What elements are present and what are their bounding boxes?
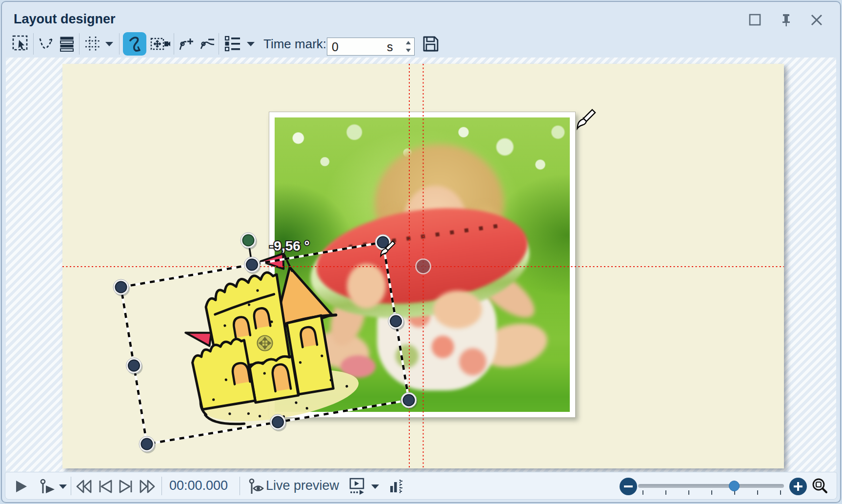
- keyframe-list-dropdown[interactable]: [244, 32, 258, 56]
- play-options-dropdown[interactable]: [56, 476, 70, 497]
- live-preview-toggle[interactable]: [247, 476, 265, 497]
- close-button[interactable]: [807, 12, 826, 28]
- time-mark-input[interactable]: 0 s: [327, 38, 415, 56]
- save-icon: [421, 35, 440, 53]
- live-preview-icon: [248, 478, 264, 495]
- keyframe-list-icon: [223, 35, 242, 53]
- time-mark-value: 0: [332, 40, 339, 54]
- preview-in-window-button[interactable]: [347, 476, 367, 497]
- grid-dropdown[interactable]: [102, 32, 116, 56]
- remove-curve-point-icon: [199, 35, 216, 53]
- window-title: Layout designer: [14, 12, 116, 27]
- maximize-button[interactable]: [745, 12, 765, 28]
- next-position-button[interactable]: [117, 476, 135, 497]
- zoom-slider-ticks: [642, 490, 781, 495]
- select-tool-button[interactable]: [10, 32, 32, 56]
- camera-pan-icon: [150, 35, 170, 53]
- previous-icon: [98, 479, 113, 494]
- transport-bar: 00:00.000 Live preview: [5, 472, 837, 500]
- pin-icon: [780, 13, 793, 27]
- forward-to-end-button[interactable]: [138, 476, 157, 497]
- layers-tool-button[interactable]: [57, 32, 77, 56]
- save-button[interactable]: [420, 32, 442, 56]
- time-display: 00:00.000: [169, 478, 224, 493]
- record-curve-icon: [125, 34, 144, 54]
- preview-window-icon: [348, 478, 366, 495]
- close-icon: [810, 13, 823, 27]
- select-tool-icon: [12, 35, 30, 53]
- motion-path-icon: [38, 35, 55, 53]
- zoom-fit-icon: [811, 477, 829, 496]
- minus-circle-icon: [619, 477, 638, 496]
- previous-position-button[interactable]: [96, 476, 115, 497]
- sandcastle-object[interactable]: [159, 232, 367, 438]
- motion-path-tool-button[interactable]: [36, 32, 57, 56]
- chevron-down-icon: [58, 483, 68, 490]
- grid-tool-button[interactable]: [82, 32, 103, 56]
- toolbar-separator: [119, 33, 120, 55]
- hand-right: [433, 291, 482, 329]
- play-button[interactable]: [11, 476, 31, 497]
- time-mark-spinner[interactable]: [403, 39, 413, 57]
- camera-pan-tool-button[interactable]: [148, 32, 172, 56]
- bottombar-separator: [240, 477, 240, 495]
- layout-designer-window: Layout designer: [1, 1, 841, 503]
- bottombar-separator: [161, 477, 162, 495]
- zoom-slider-thumb[interactable]: [729, 481, 740, 491]
- live-preview-label[interactable]: Live preview: [266, 478, 339, 493]
- zoom-in-button[interactable]: [788, 476, 808, 497]
- zoom-fit-button[interactable]: [809, 476, 831, 497]
- slide-canvas[interactable]: -9,56 °: [62, 64, 784, 468]
- toolbar-separator: [219, 33, 219, 55]
- layers-icon: [59, 35, 75, 53]
- play-icon: [14, 479, 28, 494]
- zoom-out-button[interactable]: [619, 476, 638, 497]
- plus-circle-icon: [788, 477, 808, 496]
- add-curve-point-icon: [178, 35, 196, 53]
- toolbar-separator: [79, 33, 80, 55]
- chevron-down-icon: [104, 40, 114, 47]
- brush-cursor-icon: [578, 110, 596, 129]
- play-from-mark-icon: [39, 478, 59, 495]
- time-mark-unit: s: [387, 40, 393, 54]
- preview-options-dropdown[interactable]: [368, 476, 382, 497]
- rewind-icon: [75, 479, 93, 494]
- toolbar-separator: [33, 33, 34, 55]
- pin-button[interactable]: [777, 12, 796, 28]
- rewind-to-start-button[interactable]: [75, 476, 93, 497]
- remove-curve-point-button[interactable]: [197, 32, 218, 56]
- maximize-icon: [748, 13, 762, 27]
- chevron-down-icon: [370, 483, 380, 490]
- spinner-arrows-icon: [403, 39, 413, 55]
- record-curve-tool-button[interactable]: [123, 32, 146, 56]
- levels-icon: [388, 478, 404, 495]
- titlebar: Layout designer: [2, 2, 840, 30]
- zoom-slider-track[interactable]: [638, 484, 784, 488]
- chevron-down-icon: [246, 40, 256, 47]
- add-curve-point-button[interactable]: [177, 32, 197, 56]
- next-icon: [118, 479, 134, 494]
- grid-icon: [84, 35, 101, 53]
- fast-forward-icon: [139, 479, 156, 494]
- quality-levels-button[interactable]: [387, 476, 405, 497]
- time-mark-label: Time mark:: [263, 32, 326, 56]
- bottombar-separator: [71, 477, 71, 495]
- toolbar-separator: [174, 33, 174, 55]
- hand-left: [347, 264, 386, 309]
- keyframe-list-button[interactable]: [221, 32, 244, 56]
